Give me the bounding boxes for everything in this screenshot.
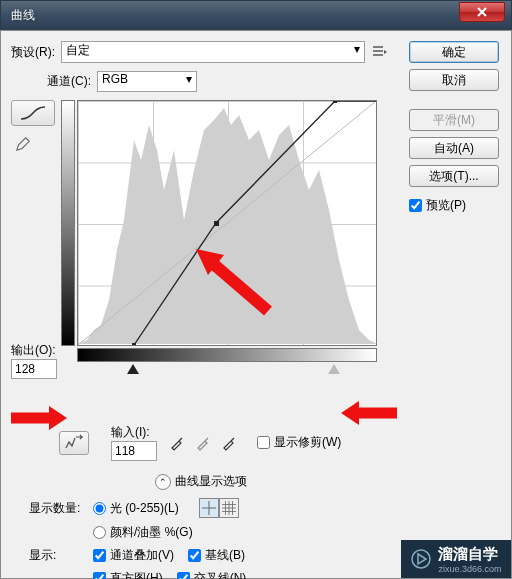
channel-label: 通道(C): (47, 73, 91, 90)
collapse-button[interactable]: ⌃ (155, 474, 171, 490)
close-button[interactable] (459, 2, 505, 22)
show-clipping-checkbox[interactable]: 显示修剪(W) (257, 434, 341, 451)
expander-label: 曲线显示选项 (175, 473, 247, 490)
cancel-button[interactable]: 取消 (409, 69, 499, 91)
grid-coarse-icon[interactable] (199, 498, 219, 518)
eyedropper-gray[interactable] (193, 433, 213, 453)
auto-button[interactable]: 自动(A) (409, 137, 499, 159)
output-field[interactable] (11, 359, 57, 379)
input-slider-track[interactable] (77, 364, 377, 378)
dialog-title: 曲线 (7, 7, 459, 24)
black-point-slider[interactable] (127, 364, 139, 374)
preview-checkbox[interactable]: 预览(P) (409, 197, 499, 214)
options-button[interactable]: 选项(T)... (409, 165, 499, 187)
pigment-radio[interactable]: 颜料/油墨 %(G) (93, 524, 193, 541)
eyedropper-white[interactable] (219, 433, 239, 453)
preset-menu-icon[interactable] (369, 41, 391, 63)
input-gradient (77, 348, 377, 362)
light-radio[interactable]: 光 (0-255)(L) (93, 500, 179, 517)
curve-point-tool[interactable] (11, 100, 55, 126)
channel-overlay-check[interactable]: 通道叠加(V) (93, 547, 174, 564)
target-adjust-tool[interactable] (59, 431, 89, 455)
output-gradient (61, 100, 75, 346)
eyedropper-black[interactable] (167, 433, 187, 453)
ok-button[interactable]: 确定 (409, 41, 499, 63)
white-point-slider[interactable] (328, 364, 340, 374)
display-amount-label: 显示数量: (29, 500, 93, 517)
preset-select[interactable]: 自定▾ (61, 41, 365, 63)
histogram-check[interactable]: 直方图(H) (93, 570, 163, 579)
input-field[interactable] (111, 441, 157, 461)
curve-pencil-tool[interactable] (11, 132, 35, 156)
baseline-check[interactable]: 基线(B) (188, 547, 245, 564)
channel-select[interactable]: RGB▾ (97, 71, 197, 92)
preset-label: 预设(R): (11, 44, 55, 61)
histogram-display (79, 100, 377, 344)
input-label: 输入(I): (111, 424, 157, 441)
watermark: 溜溜自学 zixue.3d66.com (401, 540, 511, 578)
show-label: 显示: (29, 547, 93, 564)
intersection-check[interactable]: 交叉线(N) (177, 570, 247, 579)
smooth-button: 平滑(M) (409, 109, 499, 131)
output-label: 输出(O): (11, 342, 61, 359)
curve-grid[interactable] (77, 100, 377, 346)
grid-fine-icon[interactable] (219, 498, 239, 518)
